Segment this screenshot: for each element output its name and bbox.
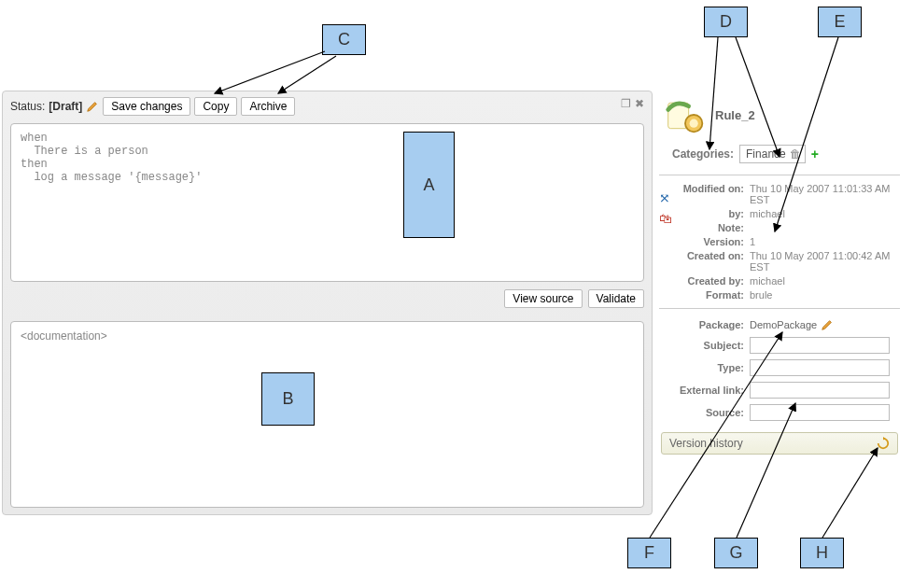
separator: [659, 175, 900, 175]
save-button[interactable]: Save changes: [103, 97, 190, 116]
status-row: Status: [Draft] Save changes Copy Archiv…: [10, 97, 644, 116]
view-source-button[interactable]: View source: [504, 289, 582, 308]
annotation-B: B: [261, 372, 315, 426]
annotation-E: E: [818, 7, 862, 37]
note-label: Note:: [661, 222, 750, 233]
annotation-C: C: [322, 24, 366, 55]
close-icon[interactable]: ✖: [635, 97, 644, 110]
external-link-label: External link:: [661, 385, 750, 396]
copy-button[interactable]: Copy: [194, 97, 237, 116]
status-label: Status:: [10, 100, 45, 113]
rule-editor[interactable]: when There is a person then log a messag…: [10, 123, 644, 282]
categories-row: Categories: Finance 🗑 +: [655, 143, 904, 169]
window-icons: ❐ ✖: [621, 97, 644, 110]
metadata-grid: Modified on: Thu 10 May 2007 11:01:33 AM…: [655, 181, 904, 302]
main-panel: Status: [Draft] Save changes Copy Archiv…: [2, 91, 653, 515]
annotation-H: H: [800, 538, 844, 568]
status-value: [Draft]: [49, 100, 82, 113]
right-panel: Rule_2 Categories: Finance 🗑 + Modified …: [655, 91, 904, 455]
version-history-label: Version history: [669, 437, 743, 450]
edit-package-icon[interactable]: [821, 318, 834, 331]
modified-on-value: Thu 10 May 2007 11:01:33 AM EST: [750, 183, 898, 205]
add-category-icon[interactable]: +: [811, 147, 819, 161]
rule-title: Rule_2: [715, 108, 755, 122]
modified-by-value: michael: [750, 208, 898, 219]
documentation-editor[interactable]: <documentation>: [10, 321, 644, 508]
source-label: Source:: [661, 407, 750, 418]
restore-icon[interactable]: ❐: [621, 97, 631, 110]
modified-by-label: by:: [661, 208, 750, 219]
type-label: Type:: [661, 362, 750, 373]
archive-button[interactable]: Archive: [241, 97, 295, 116]
form-grid: Package: DemoPackage Subject: Type: Exte…: [655, 315, 904, 427]
edit-status-icon[interactable]: [86, 100, 99, 113]
svg-line-10: [822, 448, 878, 538]
categories-label: Categories:: [672, 147, 734, 161]
format-value: brule: [750, 289, 898, 301]
type-input[interactable]: [750, 359, 890, 376]
external-link-input[interactable]: [750, 382, 890, 399]
package-label: Package:: [661, 319, 750, 330]
version-value: 1: [750, 236, 898, 247]
created-on-label: Created on:: [661, 250, 750, 273]
category-chip-label: Finance: [746, 147, 786, 161]
svg-point-2: [690, 119, 698, 128]
refresh-icon[interactable]: [877, 437, 890, 450]
subject-label: Subject:: [661, 340, 750, 351]
created-on-value: Thu 10 May 2007 11:00:42 AM EST: [750, 250, 898, 273]
annotation-F: F: [627, 538, 671, 568]
source-input[interactable]: [750, 404, 890, 421]
rule-icon: [665, 94, 706, 135]
documentation-placeholder: <documentation>: [21, 329, 107, 343]
note-value: [750, 222, 898, 233]
svg-line-3: [215, 51, 325, 93]
category-chip[interactable]: Finance 🗑: [739, 145, 806, 163]
annotation-A: A: [403, 132, 455, 238]
subject-input[interactable]: [750, 337, 890, 354]
annotation-D: D: [704, 7, 748, 37]
annotation-G: G: [714, 538, 758, 568]
created-by-value: michael: [750, 275, 898, 287]
separator: [659, 308, 900, 309]
version-label: Version:: [661, 236, 750, 247]
trash-icon[interactable]: 🗑: [790, 147, 801, 161]
package-row: DemoPackage: [750, 318, 898, 331]
package-value: DemoPackage: [750, 319, 817, 330]
editor-actions: View source Validate: [10, 289, 644, 308]
modified-on-label: Modified on:: [661, 183, 750, 205]
created-by-label: Created by:: [661, 275, 750, 287]
svg-line-4: [278, 56, 336, 93]
validate-button[interactable]: Validate: [588, 289, 644, 308]
format-label: Format:: [661, 289, 750, 301]
rule-header: Rule_2: [655, 91, 904, 143]
version-history-bar[interactable]: Version history: [661, 432, 898, 455]
